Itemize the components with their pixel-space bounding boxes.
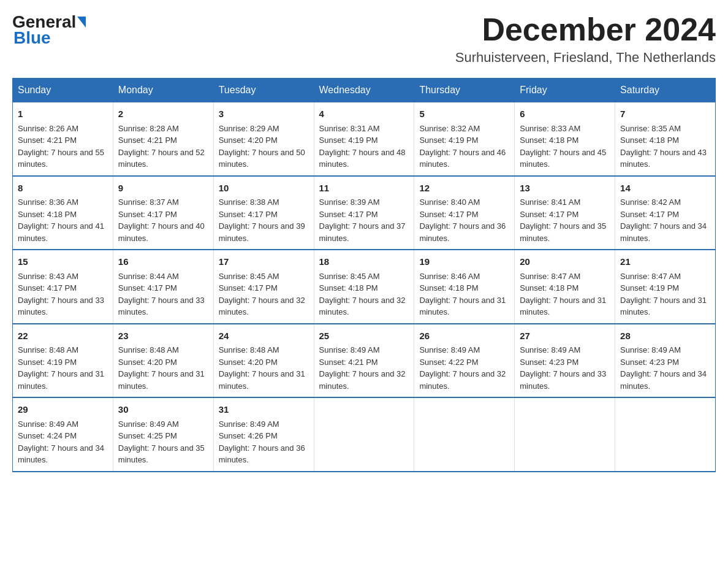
- calendar-header-thursday: Thursday: [414, 79, 515, 102]
- day-number: 7: [620, 107, 710, 121]
- day-number: 21: [620, 255, 710, 269]
- day-number: 18: [319, 255, 409, 269]
- day-number: 12: [419, 182, 509, 196]
- day-number: 25: [319, 329, 409, 343]
- day-number: 5: [419, 107, 509, 121]
- day-info: Sunrise: 8:49 AMSunset: 4:26 PMDaylight:…: [219, 419, 305, 465]
- day-info: Sunrise: 8:49 AMSunset: 4:24 PMDaylight:…: [18, 419, 104, 465]
- calendar-day-cell: 1 Sunrise: 8:26 AMSunset: 4:21 PMDayligh…: [13, 102, 113, 176]
- calendar-day-cell: 26 Sunrise: 8:49 AMSunset: 4:22 PMDaylig…: [414, 324, 515, 398]
- day-number: 4: [319, 107, 409, 121]
- day-info: Sunrise: 8:49 AMSunset: 4:21 PMDaylight:…: [319, 345, 406, 391]
- day-info: Sunrise: 8:35 AMSunset: 4:18 PMDaylight:…: [620, 124, 707, 169]
- calendar-day-cell: 12 Sunrise: 8:40 AMSunset: 4:17 PMDaylig…: [414, 176, 515, 250]
- day-number: 27: [520, 329, 610, 343]
- calendar-day-cell: 8 Sunrise: 8:36 AMSunset: 4:18 PMDayligh…: [13, 176, 113, 250]
- calendar-day-cell: 9 Sunrise: 8:37 AMSunset: 4:17 PMDayligh…: [113, 176, 213, 250]
- calendar-day-cell: 18 Sunrise: 8:45 AMSunset: 4:18 PMDaylig…: [314, 250, 414, 324]
- calendar-day-cell: [414, 397, 515, 472]
- calendar-day-cell: 25 Sunrise: 8:49 AMSunset: 4:21 PMDaylig…: [314, 324, 414, 398]
- calendar-day-cell: 6 Sunrise: 8:33 AMSunset: 4:18 PMDayligh…: [515, 102, 615, 176]
- title-area: December 2024 Surhuisterveen, Friesland,…: [455, 12, 716, 66]
- day-info: Sunrise: 8:49 AMSunset: 4:25 PMDaylight:…: [118, 419, 205, 465]
- day-number: 14: [620, 182, 710, 196]
- page-header: General Blue December 2024 Surhuistervee…: [12, 12, 716, 66]
- calendar-day-cell: 27 Sunrise: 8:49 AMSunset: 4:23 PMDaylig…: [515, 324, 615, 398]
- day-info: Sunrise: 8:38 AMSunset: 4:17 PMDaylight:…: [219, 197, 305, 243]
- calendar-day-cell: 3 Sunrise: 8:29 AMSunset: 4:20 PMDayligh…: [213, 102, 314, 176]
- day-info: Sunrise: 8:33 AMSunset: 4:18 PMDaylight:…: [520, 124, 606, 169]
- calendar-day-cell: 31 Sunrise: 8:49 AMSunset: 4:26 PMDaylig…: [213, 397, 314, 472]
- day-number: 20: [520, 255, 610, 269]
- calendar-day-cell: 17 Sunrise: 8:45 AMSunset: 4:17 PMDaylig…: [213, 250, 314, 324]
- day-number: 28: [620, 329, 710, 343]
- calendar-header-friday: Friday: [515, 79, 615, 102]
- day-number: 11: [319, 182, 409, 196]
- calendar-header-sunday: Sunday: [13, 79, 113, 102]
- day-number: 30: [118, 403, 208, 417]
- calendar-week-row: 15 Sunrise: 8:43 AMSunset: 4:17 PMDaylig…: [13, 250, 716, 324]
- logo: General Blue: [12, 12, 86, 48]
- calendar-header-row: SundayMondayTuesdayWednesdayThursdayFrid…: [13, 79, 716, 102]
- calendar-header-monday: Monday: [113, 79, 213, 102]
- calendar-day-cell: 11 Sunrise: 8:39 AMSunset: 4:17 PMDaylig…: [314, 176, 414, 250]
- calendar-day-cell: 5 Sunrise: 8:32 AMSunset: 4:19 PMDayligh…: [414, 102, 515, 176]
- day-info: Sunrise: 8:42 AMSunset: 4:17 PMDaylight:…: [620, 197, 707, 243]
- day-number: 22: [18, 329, 108, 343]
- day-info: Sunrise: 8:48 AMSunset: 4:19 PMDaylight:…: [18, 345, 104, 391]
- day-number: 24: [219, 329, 309, 343]
- calendar-table: SundayMondayTuesdayWednesdayThursdayFrid…: [12, 78, 716, 472]
- day-info: Sunrise: 8:36 AMSunset: 4:18 PMDaylight:…: [18, 197, 104, 243]
- day-number: 26: [419, 329, 509, 343]
- day-info: Sunrise: 8:40 AMSunset: 4:17 PMDaylight:…: [419, 197, 506, 243]
- day-number: 2: [118, 107, 208, 121]
- calendar-day-cell: 10 Sunrise: 8:38 AMSunset: 4:17 PMDaylig…: [213, 176, 314, 250]
- day-info: Sunrise: 8:44 AMSunset: 4:17 PMDaylight:…: [118, 272, 205, 317]
- calendar-day-cell: 24 Sunrise: 8:48 AMSunset: 4:20 PMDaylig…: [213, 324, 314, 398]
- calendar-day-cell: [314, 397, 414, 472]
- calendar-day-cell: 16 Sunrise: 8:44 AMSunset: 4:17 PMDaylig…: [113, 250, 213, 324]
- calendar-day-cell: 2 Sunrise: 8:28 AMSunset: 4:21 PMDayligh…: [113, 102, 213, 176]
- month-title: December 2024: [455, 12, 716, 47]
- calendar-week-row: 1 Sunrise: 8:26 AMSunset: 4:21 PMDayligh…: [13, 102, 716, 176]
- location-title: Surhuisterveen, Friesland, The Netherlan…: [455, 50, 716, 66]
- day-number: 9: [118, 182, 208, 196]
- day-info: Sunrise: 8:46 AMSunset: 4:18 PMDaylight:…: [419, 272, 506, 317]
- calendar-day-cell: 14 Sunrise: 8:42 AMSunset: 4:17 PMDaylig…: [615, 176, 716, 250]
- day-info: Sunrise: 8:31 AMSunset: 4:19 PMDaylight:…: [319, 124, 406, 169]
- day-number: 29: [18, 403, 108, 417]
- day-info: Sunrise: 8:48 AMSunset: 4:20 PMDaylight:…: [219, 345, 305, 391]
- calendar-day-cell: 30 Sunrise: 8:49 AMSunset: 4:25 PMDaylig…: [113, 397, 213, 472]
- day-info: Sunrise: 8:48 AMSunset: 4:20 PMDaylight:…: [118, 345, 205, 391]
- calendar-day-cell: 22 Sunrise: 8:48 AMSunset: 4:19 PMDaylig…: [13, 324, 113, 398]
- calendar-day-cell: 21 Sunrise: 8:47 AMSunset: 4:19 PMDaylig…: [615, 250, 716, 324]
- day-number: 1: [18, 107, 108, 121]
- day-number: 8: [18, 182, 108, 196]
- day-info: Sunrise: 8:45 AMSunset: 4:18 PMDaylight:…: [319, 272, 406, 317]
- logo-triangle-icon: [77, 17, 86, 28]
- day-number: 10: [219, 182, 309, 196]
- calendar-day-cell: 4 Sunrise: 8:31 AMSunset: 4:19 PMDayligh…: [314, 102, 414, 176]
- calendar-day-cell: 23 Sunrise: 8:48 AMSunset: 4:20 PMDaylig…: [113, 324, 213, 398]
- calendar-day-cell: [615, 397, 716, 472]
- day-info: Sunrise: 8:47 AMSunset: 4:18 PMDaylight:…: [520, 272, 606, 317]
- calendar-week-row: 22 Sunrise: 8:48 AMSunset: 4:19 PMDaylig…: [13, 324, 716, 398]
- day-number: 19: [419, 255, 509, 269]
- day-info: Sunrise: 8:32 AMSunset: 4:19 PMDaylight:…: [419, 124, 506, 169]
- day-info: Sunrise: 8:26 AMSunset: 4:21 PMDaylight:…: [18, 124, 104, 169]
- calendar-day-cell: 29 Sunrise: 8:49 AMSunset: 4:24 PMDaylig…: [13, 397, 113, 472]
- calendar-day-cell: 19 Sunrise: 8:46 AMSunset: 4:18 PMDaylig…: [414, 250, 515, 324]
- day-info: Sunrise: 8:28 AMSunset: 4:21 PMDaylight:…: [118, 124, 205, 169]
- calendar-day-cell: 15 Sunrise: 8:43 AMSunset: 4:17 PMDaylig…: [13, 250, 113, 324]
- calendar-week-row: 8 Sunrise: 8:36 AMSunset: 4:18 PMDayligh…: [13, 176, 716, 250]
- calendar-day-cell: 7 Sunrise: 8:35 AMSunset: 4:18 PMDayligh…: [615, 102, 716, 176]
- day-info: Sunrise: 8:47 AMSunset: 4:19 PMDaylight:…: [620, 272, 707, 317]
- calendar-week-row: 29 Sunrise: 8:49 AMSunset: 4:24 PMDaylig…: [13, 397, 716, 472]
- day-info: Sunrise: 8:49 AMSunset: 4:22 PMDaylight:…: [419, 345, 506, 391]
- day-info: Sunrise: 8:49 AMSunset: 4:23 PMDaylight:…: [620, 345, 707, 391]
- calendar-header-tuesday: Tuesday: [213, 79, 314, 102]
- day-info: Sunrise: 8:29 AMSunset: 4:20 PMDaylight:…: [219, 124, 305, 169]
- calendar-day-cell: 28 Sunrise: 8:49 AMSunset: 4:23 PMDaylig…: [615, 324, 716, 398]
- day-info: Sunrise: 8:49 AMSunset: 4:23 PMDaylight:…: [520, 345, 606, 391]
- day-number: 17: [219, 255, 309, 269]
